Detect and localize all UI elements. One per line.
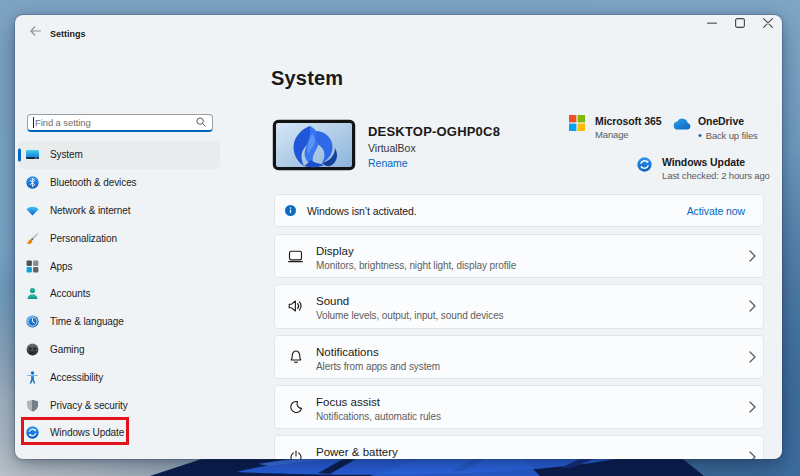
system-icon xyxy=(26,148,39,161)
sidebar-item-system[interactable]: System xyxy=(18,141,220,169)
row-subtitle: Alerts from apps and system xyxy=(316,361,749,373)
chevron-right-icon xyxy=(749,351,756,363)
search-icon xyxy=(196,117,206,127)
row-subtitle: Volume levels, output, input, sound devi… xyxy=(316,310,749,322)
quick-status-subtitle[interactable]: Last checked: 2 hours ago xyxy=(662,170,770,181)
quick-status-subtitle[interactable]: •Back up files xyxy=(698,129,758,141)
search-input[interactable]: Find a setting xyxy=(27,114,213,132)
network-icon xyxy=(26,204,39,217)
sidebar-item-personalization[interactable]: Personalization xyxy=(18,224,220,252)
activation-banner: Windows isn’t activated. Activate now xyxy=(274,194,764,227)
sidebar-item-network-internet[interactable]: Network & internet xyxy=(18,197,220,225)
info-icon xyxy=(285,205,296,216)
sidebar-item-label: Gaming xyxy=(50,344,84,355)
main-content: System DESKTOP xyxy=(235,15,782,459)
focus-assist-icon xyxy=(288,400,303,415)
row-title: Focus assist xyxy=(316,396,749,409)
chevron-right-icon xyxy=(749,250,756,262)
personalization-icon xyxy=(26,232,39,245)
quick-status-title[interactable]: OneDrive xyxy=(698,115,744,127)
settings-window: Settings xyxy=(15,15,782,459)
sidebar-item-apps[interactable]: Apps xyxy=(18,252,220,280)
gaming-icon xyxy=(26,343,39,356)
status-bullet: • xyxy=(698,129,702,141)
sidebar-item-label: Time & language xyxy=(50,316,124,327)
sidebar-item-accounts[interactable]: Accounts xyxy=(18,280,220,308)
sidebar-item-label: Apps xyxy=(50,261,72,272)
rename-link[interactable]: Rename xyxy=(368,157,408,169)
sidebar-item-label: Personalization xyxy=(50,233,117,244)
row-title: Power & battery xyxy=(316,446,749,459)
display-icon xyxy=(288,249,303,264)
quick-status-subtitle[interactable]: Manage xyxy=(595,129,628,140)
device-image xyxy=(272,119,356,171)
sidebar-item-bluetooth-devices[interactable]: Bluetooth & devices xyxy=(18,169,220,197)
sidebar-item-windows-update[interactable]: Windows Update xyxy=(18,419,220,447)
row-title: Display xyxy=(316,245,749,258)
sidebar-nav: System Bluetooth & devices xyxy=(18,141,220,447)
sidebar-item-gaming[interactable]: Gaming xyxy=(18,336,220,364)
row-display[interactable]: Display Monitors, brightness, night ligh… xyxy=(274,234,764,278)
chevron-right-icon xyxy=(749,451,756,459)
microsoft-365-logo xyxy=(569,115,585,131)
time-language-icon xyxy=(26,315,39,328)
page-title: System xyxy=(271,67,343,90)
power-icon xyxy=(288,450,303,459)
sidebar-item-label: Accessibility xyxy=(50,372,103,383)
sidebar-item-label: Bluetooth & devices xyxy=(50,177,137,188)
device-name: DESKTOP-OGHP0C8 xyxy=(368,124,500,139)
row-subtitle: Notifications, automatic rules xyxy=(316,411,749,423)
search-placeholder: Find a setting xyxy=(35,117,196,128)
row-title: Sound xyxy=(316,295,749,308)
desktop: Settings xyxy=(0,0,800,476)
chevron-right-icon xyxy=(749,401,756,413)
sidebar-item-privacy-security[interactable]: Privacy & security xyxy=(18,391,220,419)
sound-icon xyxy=(288,299,303,314)
activate-now-link[interactable]: Activate now xyxy=(687,205,745,217)
windows-update-icon xyxy=(26,426,39,439)
quick-status-title[interactable]: Windows Update xyxy=(662,156,745,168)
row-subtitle: Monitors, brightness, night light, displ… xyxy=(316,260,749,272)
privacy-security-icon xyxy=(26,399,39,412)
text-caret xyxy=(33,117,34,128)
accessibility-icon xyxy=(26,371,39,384)
row-sound[interactable]: Sound Volume levels, output, input, soun… xyxy=(274,284,764,328)
sidebar-item-label: Privacy & security xyxy=(50,400,128,411)
sidebar-item-accessibility[interactable]: Accessibility xyxy=(18,363,220,391)
chevron-right-icon xyxy=(749,300,756,312)
apps-icon xyxy=(26,260,39,273)
bluetooth-icon xyxy=(26,176,39,189)
row-title: Notifications xyxy=(316,346,749,359)
accounts-icon xyxy=(26,287,39,300)
sidebar-item-time-language[interactable]: Time & language xyxy=(18,308,220,336)
settings-rows: Display Monitors, brightness, night ligh… xyxy=(274,234,764,459)
notifications-icon xyxy=(288,349,303,364)
quick-status-title[interactable]: Microsoft 365 xyxy=(595,115,661,127)
sidebar-item-label: Network & internet xyxy=(50,205,130,216)
row-focus-assist[interactable]: Focus assist Notifications, automatic ru… xyxy=(274,385,764,429)
row-notifications[interactable]: Notifications Alerts from apps and syste… xyxy=(274,335,764,379)
onedrive-icon xyxy=(672,117,691,130)
banner-text: Windows isn’t activated. xyxy=(307,205,687,217)
device-model: VirtualBox xyxy=(368,142,416,154)
sidebar: Find a setting xyxy=(15,15,235,459)
sidebar-item-label: Windows Update xyxy=(50,427,124,438)
windows-update-status-icon xyxy=(637,157,652,172)
sidebar-item-label: System xyxy=(50,149,83,160)
sidebar-item-label: Accounts xyxy=(50,288,90,299)
row-power-battery[interactable]: Power & battery xyxy=(274,435,764,459)
